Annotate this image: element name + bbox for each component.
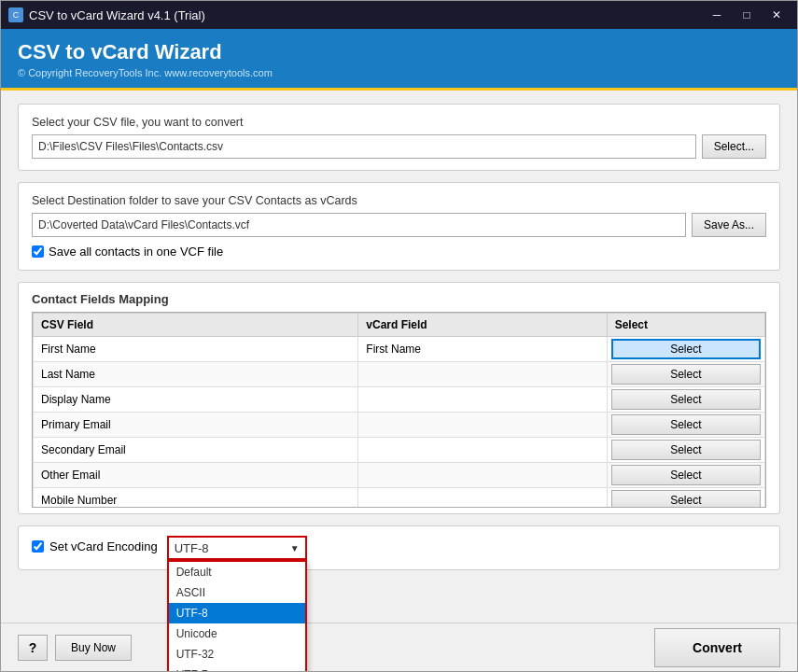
dest-section: Select Destination folder to save your C…	[18, 182, 780, 271]
dest-section-label: Select Destination folder to save your C…	[32, 194, 766, 207]
select-cell: Select	[607, 337, 764, 362]
encoding-dropdown-wrapper: UTF-8 ▼ DefaultASCIIUTF-8UnicodeUTF-32UT…	[167, 536, 307, 560]
save-vcf-checkbox[interactable]	[32, 245, 44, 258]
main-content: Select your CSV file, you want to conver…	[1, 91, 797, 593]
maximize-button[interactable]: □	[734, 5, 760, 25]
title-bar: C CSV to vCard Wizard v4.1 (Trial) ─ □ ✕	[1, 1, 797, 29]
bottom-left-buttons: ? Buy Now	[18, 635, 132, 661]
buy-now-button[interactable]: Buy Now	[55, 635, 132, 661]
dest-input-row: Save As...	[32, 213, 766, 237]
select-cell: Select	[607, 413, 764, 438]
select-mapping-button[interactable]: Select	[611, 389, 761, 410]
csv-field-cell: Mobile Number	[34, 488, 358, 509]
csv-field-cell: Display Name	[34, 387, 358, 413]
chevron-down-icon: ▼	[290, 543, 300, 553]
select-cell: Select	[607, 463, 764, 488]
select-mapping-button[interactable]: Select	[611, 465, 761, 485]
csv-section: Select your CSV file, you want to conver…	[18, 104, 780, 171]
save-vcf-label: Save all contacts in one VCF file	[49, 245, 223, 259]
dest-file-input[interactable]	[32, 213, 686, 237]
app-title: CSV to vCard Wizard	[18, 40, 780, 64]
select-cell: Select	[607, 488, 764, 509]
encoding-dropdown-menu: DefaultASCIIUTF-8UnicodeUTF-32UTF-7	[167, 560, 307, 672]
table-row: Secondary EmailSelect	[34, 438, 765, 463]
csv-section-label: Select your CSV file, you want to conver…	[32, 116, 766, 129]
vcard-field-cell	[358, 488, 607, 509]
csv-field-cell: Last Name	[34, 362, 358, 387]
table-row: Display NameSelect	[34, 387, 765, 413]
bottom-bar: ? Buy Now Convert	[1, 623, 797, 671]
copyright-text: © Copyright RecoveryTools Inc. www.recov…	[18, 67, 780, 78]
select-mapping-button[interactable]: Select	[611, 364, 761, 385]
csv-file-input[interactable]	[32, 134, 696, 159]
mapping-table-wrapper: CSV Field vCard Field Select First NameF…	[32, 312, 766, 508]
mapping-table: CSV Field vCard Field Select First NameF…	[33, 313, 765, 508]
title-bar-text: CSV to vCard Wizard v4.1 (Trial)	[29, 8, 205, 22]
mapping-title: Contact Fields Mapping	[32, 292, 766, 306]
encoding-checkbox[interactable]	[32, 540, 44, 553]
encoding-dropdown-trigger[interactable]: UTF-8 ▼	[167, 536, 307, 560]
dropdown-option[interactable]: ASCII	[169, 582, 305, 603]
minimize-button[interactable]: ─	[704, 5, 730, 25]
table-row: Other EmailSelect	[34, 463, 765, 488]
dropdown-option[interactable]: UTF-32	[169, 644, 305, 665]
select-mapping-button[interactable]: Select	[611, 414, 761, 435]
encoding-label-text: Set vCard Encoding	[49, 539, 158, 553]
vcard-field-cell	[358, 438, 607, 463]
select-cell: Select	[607, 362, 764, 387]
csv-select-button[interactable]: Select...	[702, 134, 766, 159]
close-button[interactable]: ✕	[763, 5, 790, 25]
mapping-section: Contact Fields Mapping CSV Field vCard F…	[18, 282, 780, 514]
col-csv-field: CSV Field	[34, 314, 358, 337]
encoding-selected-value: UTF-8	[175, 541, 209, 555]
vcard-field-cell	[358, 413, 607, 438]
save-as-button[interactable]: Save As...	[692, 213, 766, 237]
csv-field-cell: First Name	[34, 337, 358, 362]
select-mapping-button[interactable]: Select	[611, 490, 761, 508]
table-row: Mobile NumberSelect	[34, 488, 765, 509]
help-button[interactable]: ?	[18, 635, 48, 661]
table-row: Primary EmailSelect	[34, 413, 765, 438]
dropdown-option[interactable]: UTF-8	[169, 603, 305, 623]
convert-button[interactable]: Convert	[654, 628, 780, 667]
table-header-row: CSV Field vCard Field Select	[34, 314, 765, 337]
title-bar-controls: ─ □ ✕	[704, 5, 790, 25]
csv-field-cell: Primary Email	[34, 413, 358, 438]
csv-input-row: Select...	[32, 134, 766, 159]
app-icon: C	[8, 7, 23, 22]
vcard-field-cell: First Name	[358, 337, 607, 362]
dropdown-option[interactable]: Unicode	[169, 623, 305, 644]
select-cell: Select	[607, 387, 764, 413]
app-header: CSV to vCard Wizard © Copyright Recovery…	[1, 29, 797, 91]
table-row: First NameFirst NameSelect	[34, 337, 765, 362]
select-cell: Select	[607, 438, 764, 463]
encoding-section: Set vCard Encoding UTF-8 ▼ DefaultASCIIU…	[18, 525, 780, 570]
encoding-label-group: Set vCard Encoding	[32, 539, 158, 553]
save-vcf-checkbox-row: Save all contacts in one VCF file	[32, 245, 766, 259]
table-row: Last NameSelect	[34, 362, 765, 387]
dropdown-option[interactable]: UTF-7	[169, 665, 305, 672]
csv-field-cell: Other Email	[34, 463, 358, 488]
vcard-field-cell	[358, 362, 607, 387]
select-mapping-button[interactable]: Select	[611, 339, 761, 359]
dropdown-option[interactable]: Default	[169, 562, 305, 582]
csv-field-cell: Secondary Email	[34, 438, 358, 463]
vcard-field-cell	[358, 387, 607, 413]
col-vcard-field: vCard Field	[358, 314, 607, 337]
vcard-field-cell	[358, 463, 607, 488]
select-mapping-button[interactable]: Select	[611, 440, 761, 460]
col-select: Select	[607, 314, 764, 337]
